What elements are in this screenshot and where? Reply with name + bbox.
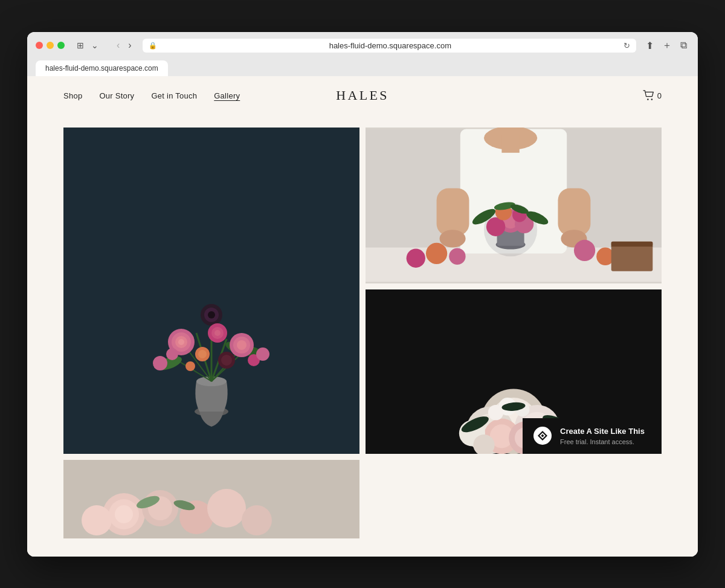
nav-right: 0 bbox=[643, 90, 662, 101]
browser-actions: ⬆ ＋ ⧉ bbox=[643, 38, 689, 53]
svg-rect-56 bbox=[558, 188, 591, 235]
svg-point-41 bbox=[115, 505, 133, 523]
svg-point-1 bbox=[651, 99, 652, 100]
svg-rect-55 bbox=[437, 188, 469, 235]
cart-icon bbox=[643, 90, 655, 101]
gallery-image-person[interactable] bbox=[366, 128, 662, 283]
address-bar[interactable]: 🔒 hales-fluid-demo.squarespace.com ↻ bbox=[143, 39, 636, 53]
svg-point-0 bbox=[647, 99, 648, 100]
cta-text: Create A Site Like This Free trial. Inst… bbox=[560, 427, 645, 445]
website-content: Shop Our Story Get in Touch Gallery HALE… bbox=[27, 76, 698, 557]
browser-window: ⊞ ⌄ ‹ › 🔒 hales-fluid-demo.squarespace.c… bbox=[27, 32, 698, 557]
svg-point-69 bbox=[449, 248, 465, 264]
cart-count: 0 bbox=[657, 91, 662, 100]
flower-partial-svg bbox=[63, 460, 359, 538]
gallery-grid: Create A Site Like This Free trial. Inst… bbox=[63, 128, 662, 538]
browser-tab-bar: hales-fluid-demo.squarespace.com bbox=[36, 58, 689, 76]
cart-button[interactable]: 0 bbox=[643, 90, 662, 101]
svg-point-47 bbox=[242, 505, 272, 535]
person-flowers-svg bbox=[366, 128, 662, 283]
svg-point-25 bbox=[237, 340, 246, 350]
svg-point-18 bbox=[208, 311, 215, 318]
svg-rect-54 bbox=[501, 135, 519, 152]
svg-point-98 bbox=[488, 404, 503, 419]
active-tab[interactable]: hales-fluid-demo.squarespace.com bbox=[36, 60, 168, 76]
svg-point-70 bbox=[407, 248, 425, 267]
svg-point-36 bbox=[153, 356, 167, 370]
svg-point-71 bbox=[574, 239, 595, 260]
svg-point-57 bbox=[440, 230, 466, 247]
svg-point-35 bbox=[185, 361, 195, 371]
minimize-traffic-light[interactable] bbox=[47, 42, 54, 49]
close-traffic-light[interactable] bbox=[36, 42, 43, 49]
sidebar-toggle-button[interactable]: ⊞ bbox=[74, 39, 86, 51]
gallery-right-column: Create A Site Like This Free trial. Inst… bbox=[366, 128, 662, 538]
svg-point-32 bbox=[221, 355, 232, 366]
cta-title: Create A Site Like This bbox=[560, 427, 645, 437]
forward-button[interactable]: › bbox=[124, 39, 135, 52]
lock-icon: 🔒 bbox=[149, 42, 157, 50]
cta-banner[interactable]: Create A Site Like This Free trial. Inst… bbox=[523, 418, 662, 454]
cta-subtitle: Free trial. Instant access. bbox=[560, 438, 645, 445]
flower-arrangement-main-svg bbox=[63, 128, 359, 454]
share-button[interactable]: ⬆ bbox=[643, 39, 656, 53]
nav-item-get-in-touch[interactable]: Get in Touch bbox=[151, 91, 197, 100]
sidebar-chevron-button[interactable]: ⌄ bbox=[89, 39, 101, 51]
squarespace-logo bbox=[533, 427, 552, 445]
gallery-left-column bbox=[63, 128, 359, 538]
nav-item-our-story[interactable]: Our Story bbox=[99, 91, 134, 100]
tab-overview-button[interactable]: ⧉ bbox=[678, 39, 689, 52]
maximize-traffic-light[interactable] bbox=[57, 42, 65, 49]
svg-point-28 bbox=[214, 330, 221, 336]
reload-button[interactable]: ↻ bbox=[624, 41, 630, 50]
gallery-section: Create A Site Like This Free trial. Inst… bbox=[27, 115, 698, 557]
site-nav: Shop Our Story Get in Touch Gallery bbox=[63, 91, 240, 100]
nav-item-gallery[interactable]: Gallery bbox=[214, 91, 240, 100]
browser-top-bar: ⊞ ⌄ ‹ › 🔒 hales-fluid-demo.squarespace.c… bbox=[36, 38, 689, 53]
site-header: Shop Our Story Get in Touch Gallery HALE… bbox=[27, 76, 698, 115]
squarespace-logo-icon bbox=[536, 430, 549, 442]
svg-point-30 bbox=[198, 350, 207, 358]
svg-point-22 bbox=[178, 339, 184, 345]
browser-chrome: ⊞ ⌄ ‹ › 🔒 hales-fluid-demo.squarespace.c… bbox=[27, 32, 698, 76]
url-text: hales-fluid-demo.squarespace.com bbox=[161, 41, 620, 50]
back-button[interactable]: ‹ bbox=[113, 39, 123, 52]
nav-item-shop[interactable]: Shop bbox=[63, 91, 82, 100]
svg-point-68 bbox=[426, 242, 447, 263]
browser-nav-buttons: ‹ › bbox=[113, 39, 135, 52]
svg-rect-75 bbox=[611, 241, 653, 246]
gallery-image-main[interactable] bbox=[63, 128, 359, 454]
window-controls: ⊞ ⌄ bbox=[74, 39, 101, 51]
site-logo: HALES bbox=[336, 88, 388, 103]
svg-point-37 bbox=[256, 347, 269, 361]
gallery-image-dark-flowers[interactable]: Create A Site Like This Free trial. Inst… bbox=[366, 289, 662, 454]
svg-point-44 bbox=[82, 505, 112, 535]
svg-point-33 bbox=[166, 348, 178, 360]
traffic-lights bbox=[36, 42, 65, 49]
gallery-image-partial[interactable] bbox=[63, 460, 359, 538]
tab-label: hales-fluid-demo.squarespace.com bbox=[45, 64, 158, 73]
svg-point-46 bbox=[207, 489, 246, 528]
new-tab-button[interactable]: ＋ bbox=[660, 38, 674, 53]
